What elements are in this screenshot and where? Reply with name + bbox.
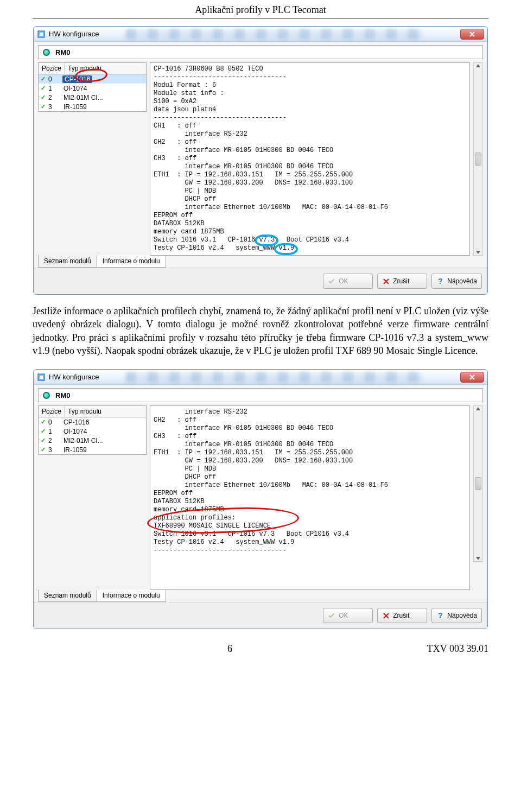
module-row-3[interactable]: ✓ 3 IR-1059 [39,445,146,454]
row-pos: 2 [46,94,62,101]
help-button[interactable]: ? Nápověda [431,274,482,289]
tabs: Seznam modulů Informace o modulu [38,255,483,268]
close-icon [469,375,475,380]
scroll-up-icon[interactable] [476,407,480,410]
body-paragraph: Jestliže informace o aplikačních profile… [33,304,488,357]
app-icon [37,30,46,39]
scroll-thumb[interactable] [475,477,481,490]
dialog-buttons: OK Zrušit ? Nápověda [34,268,487,294]
help-label: Nápověda [447,277,477,285]
hw-config-dialog-1: HW konfigurace RM0 Pozice Typ modulu ✓ [33,26,488,295]
cancel-icon [382,277,390,285]
row-pos: 0 [46,75,62,83]
ok-label: OK [339,277,348,285]
module-list-header: Pozice Typ modulu [39,406,146,417]
scrollbar[interactable] [473,62,483,256]
module-list[interactable]: Pozice Typ modulu ✓ 0 CP-1016 ✓ 1 OI-107… [38,62,147,112]
row-pos: 3 [46,103,62,111]
close-button[interactable] [460,29,484,40]
module-row-2[interactable]: ✓ 2 MI2-01M CI... [39,436,146,445]
rack-label: RM0 [55,48,70,56]
check-icon: ✓ [40,446,46,453]
page-number: 6 [227,643,232,655]
row-mod: OI-1074 [62,85,87,92]
scroll-up-icon[interactable] [476,64,480,67]
close-button[interactable] [460,372,484,383]
check-icon: ✓ [40,437,46,444]
app-icon [37,373,46,382]
row-mod: MI2-01M CI... [62,437,103,445]
module-row-1[interactable]: ✓ 1 OI-1074 [39,427,146,436]
row-mod: MI2-01M CI... [62,94,103,101]
cancel-label: Zrušit [393,612,409,619]
titlebar-blur [126,372,422,383]
cancel-button[interactable]: Zrušit [377,608,427,623]
tab-module-list[interactable]: Seznam modulů [38,255,97,268]
close-icon [469,31,475,37]
module-row-2[interactable]: ✓ 2 MI2-01M CI... [39,93,146,102]
doc-header-rule [33,18,488,18]
svg-rect-1 [40,33,43,36]
module-info-text: CP-1016 73H0600 B8 0502 TECO -----------… [150,62,470,256]
rack-status-icon [43,392,50,399]
scroll-down-icon[interactable] [476,251,480,254]
rack-bar: RM0 [38,388,483,402]
module-list[interactable]: Pozice Typ modulu ✓ 0 CP-1016 ✓ 1 OI-107… [38,405,147,455]
check-icon: ✓ [40,94,46,101]
cancel-button[interactable]: Zrušit [377,274,427,289]
module-row-0[interactable]: ✓ 0 CP-1016 [39,74,146,84]
help-icon: ? [436,277,444,285]
module-row-0[interactable]: ✓ 0 CP-1016 [39,417,146,427]
window-title: HW konfigurace [49,30,99,38]
check-icon: ✓ [40,418,46,426]
titlebar-blur [126,29,422,40]
annotation-circle-red [147,505,299,536]
scrollbar[interactable] [473,405,483,562]
row-mod: OI-1074 [62,428,87,435]
check-icon: ✓ [40,75,46,83]
tab-module-info[interactable]: Informace o modulu [97,589,166,602]
help-label: Nápověda [447,612,477,619]
ok-button[interactable]: OK [323,608,373,623]
check-icon: ✓ [40,428,46,435]
col-header-pos: Pozice [39,406,65,417]
cancel-label: Zrušit [393,277,409,285]
ok-icon [328,612,335,619]
cancel-icon [382,612,390,619]
scroll-down-icon[interactable] [476,557,480,560]
module-row-3[interactable]: ✓ 3 IR-1059 [39,102,146,111]
titlebar: HW konfigurace [34,27,487,42]
row-mod: CP-1016 [62,418,89,426]
row-mod: IR-1059 [62,446,87,454]
row-pos: 0 [46,418,62,426]
check-icon: ✓ [40,85,46,92]
annotation-circle-blue-2 [274,243,298,255]
module-row-1[interactable]: ✓ 1 OI-1074 [39,84,146,93]
ok-button[interactable]: OK [323,274,373,289]
titlebar: HW konfigurace [34,370,487,385]
row-pos: 2 [46,437,62,445]
scroll-thumb[interactable] [475,153,481,166]
row-pos: 1 [46,85,62,92]
help-icon: ? [436,612,444,619]
module-info-text: interface RS-232 CH2 : off interface MR-… [150,405,470,590]
hw-config-dialog-2: HW konfigurace RM0 Pozice Typ modulu ✓ [33,369,488,629]
window-title: HW konfigurace [49,373,99,381]
dialog-buttons: OK Zrušit ? Nápověda [34,602,487,629]
row-pos: 3 [46,446,62,454]
ok-label: OK [339,612,348,619]
rack-bar: RM0 [38,45,483,59]
ok-icon [328,277,335,285]
svg-rect-3 [40,376,43,379]
annotation-circle-blue-1 [255,234,278,246]
help-button[interactable]: ? Nápověda [431,608,482,623]
row-mod: IR-1059 [62,103,87,111]
tab-module-list[interactable]: Seznam modulů [38,589,97,602]
col-header-module: Typ modulu [65,406,105,417]
col-header-pos: Pozice [39,63,65,74]
doc-id: TXV 003 39.01 [427,643,488,655]
row-mod: CP-1016 [62,75,92,83]
check-icon: ✓ [40,103,46,110]
col-header-module: Typ modulu [65,63,105,74]
rack-label: RM0 [55,391,70,399]
